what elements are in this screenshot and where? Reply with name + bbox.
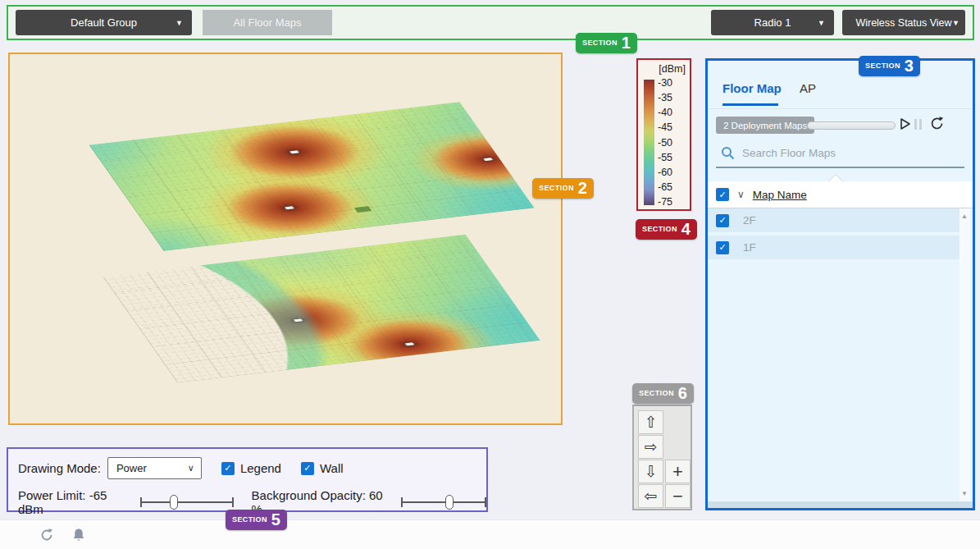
- tab-ap[interactable]: AP: [800, 81, 816, 95]
- chevron-down-icon: ▼: [818, 19, 825, 27]
- check-icon: ✓: [718, 190, 726, 199]
- floor-map-panel: Floor Map AP 2 Deployment Maps ✓ ∨ Map N…: [705, 58, 975, 510]
- legend-tick: -55: [658, 153, 687, 163]
- legend-title: [dBm]: [659, 63, 686, 75]
- legend-tick: -65: [658, 182, 687, 193]
- ap-marker[interactable]: [285, 206, 295, 210]
- section-badge-number: 5: [271, 510, 280, 528]
- legend-tick: -45: [658, 122, 687, 133]
- wall-checkbox[interactable]: ✓: [301, 462, 314, 475]
- section-2-badge: SECTION 2: [532, 178, 594, 199]
- map-row-label: 1F: [743, 241, 756, 254]
- all-floor-maps-button[interactable]: All Floor Maps: [203, 10, 332, 35]
- pan-up-button[interactable]: ⇧: [638, 410, 663, 434]
- map-name-header[interactable]: Map Name: [753, 189, 807, 201]
- scroll-up-icon[interactable]: ▲: [961, 213, 968, 220]
- drawing-mode-row: Drawing Mode: Power ∨ ✓ Legend ✓ Wall: [18, 457, 344, 479]
- deployment-maps-badge: 2 Deployment Maps: [716, 117, 814, 134]
- pan-zoom-pad: ⇧ ⇨ ⇩ ⇦ + −: [632, 405, 692, 510]
- vertical-scrollbar[interactable]: ▲ ▼: [959, 208, 970, 501]
- power-limit-slider[interactable]: [140, 494, 234, 510]
- check-icon: ✓: [303, 464, 311, 473]
- legend-checkbox[interactable]: ✓: [221, 462, 235, 475]
- horizontal-scrollbar[interactable]: [708, 501, 973, 508]
- play-icon: [899, 117, 911, 130]
- opacity-slider[interactable]: [401, 494, 486, 510]
- section-1-badge: SECTION 1: [576, 33, 637, 53]
- notifications-bell-button[interactable]: [72, 528, 85, 542]
- legend-tick: -60: [658, 167, 687, 178]
- wall-checkbox-group: ✓ Wall: [301, 461, 344, 475]
- scroll-down-icon[interactable]: ▼: [961, 490, 968, 497]
- ap-marker[interactable]: [289, 150, 300, 154]
- ap-marker[interactable]: [293, 318, 303, 323]
- drawing-mode-select[interactable]: Power ∨: [107, 457, 202, 479]
- play-button[interactable]: [899, 117, 911, 134]
- checkbox-2f[interactable]: ✓: [716, 214, 729, 227]
- collapse-caret-icon[interactable]: ∨: [737, 189, 745, 200]
- select-all-checkbox[interactable]: ✓: [716, 188, 729, 201]
- legend-tick: -35: [658, 93, 687, 103]
- zoom-in-button[interactable]: +: [665, 460, 691, 483]
- reload-button[interactable]: [39, 528, 54, 542]
- bell-icon: [72, 528, 85, 542]
- map-row-1f[interactable]: ✓ 1F: [708, 236, 963, 261]
- legend-checkbox-label: Legend: [240, 461, 281, 475]
- chevron-down-icon: ▼: [952, 19, 959, 27]
- search-floor-maps[interactable]: [716, 143, 964, 168]
- checkbox-1f[interactable]: ✓: [716, 241, 729, 254]
- power-limit-label: Power Limit: -65 dBm: [18, 488, 134, 516]
- radio-dropdown-label: Radio 1: [754, 16, 791, 29]
- chevron-down-icon: ∨: [188, 463, 194, 474]
- group-dropdown-label: Default Group: [71, 16, 137, 29]
- plus-icon: +: [672, 461, 683, 483]
- section-3-badge: SECTION 3: [859, 56, 920, 76]
- legend-tick: -40: [658, 108, 687, 118]
- arrow-right-icon: ⇨: [645, 437, 658, 456]
- map-row-2f[interactable]: ✓ 2F: [708, 208, 963, 234]
- slider-end-tick: [485, 497, 486, 507]
- pan-down-button[interactable]: ⇩: [638, 460, 663, 483]
- radio-dropdown[interactable]: Radio 1 ▼: [711, 10, 834, 35]
- wall-checkbox-label: Wall: [320, 461, 344, 475]
- drawing-mode-label: Drawing Mode:: [18, 461, 101, 475]
- slider-track[interactable]: [140, 501, 234, 503]
- refresh-button[interactable]: [929, 116, 945, 135]
- arrow-down-icon: ⇩: [645, 462, 658, 481]
- wireless-status-page: { "sections": { "s1": {"label": "SECTION…: [0, 0, 980, 549]
- tab-floor-map[interactable]: Floor Map: [722, 81, 782, 95]
- search-input[interactable]: [742, 147, 963, 159]
- group-dropdown[interactable]: Default Group ▼: [16, 10, 192, 35]
- ap-marker[interactable]: [483, 158, 494, 162]
- section-badge-number: 4: [681, 220, 691, 238]
- section-badge-number: 2: [578, 179, 587, 197]
- map-object: [354, 206, 371, 213]
- legend-colorbar: [644, 80, 654, 205]
- slider-thumb[interactable]: [445, 495, 454, 510]
- map-list-header[interactable]: ✓ ∨ Map Name: [708, 181, 973, 208]
- slider-thumb[interactable]: [170, 495, 178, 510]
- pause-icon: [919, 119, 922, 130]
- floor-plane-2f[interactable]: [89, 102, 535, 251]
- section-badge-label: SECTION: [539, 184, 574, 192]
- heatmap-canvas[interactable]: [8, 53, 563, 425]
- ap-marker[interactable]: [404, 342, 415, 346]
- active-tab-underline: [722, 103, 778, 106]
- arrow-left-icon: ⇦: [645, 487, 658, 506]
- view-dropdown[interactable]: Wireless Status View ▼: [842, 10, 965, 35]
- section-badge-number: 1: [622, 34, 631, 52]
- pan-left-button[interactable]: ⇦: [638, 484, 663, 508]
- reload-icon: [39, 528, 54, 542]
- zoom-out-button[interactable]: −: [665, 484, 691, 508]
- floor-plane-1f[interactable]: [103, 235, 540, 383]
- check-icon: ✓: [224, 464, 231, 473]
- map-row-label: 2F: [743, 214, 756, 226]
- legend-tick: -30: [658, 78, 687, 89]
- view-dropdown-label: Wireless Status View: [855, 17, 951, 29]
- all-floor-maps-label: All Floor Maps: [233, 16, 301, 29]
- section-badge-number: 6: [678, 384, 687, 402]
- search-icon: [721, 146, 735, 160]
- pan-right-button[interactable]: ⇨: [638, 435, 663, 459]
- slider-track[interactable]: [401, 501, 486, 503]
- pause-button[interactable]: [914, 119, 922, 130]
